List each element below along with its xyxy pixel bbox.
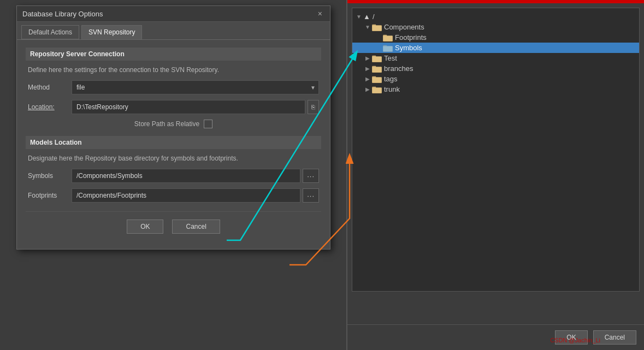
tags-arrow-icon [363, 76, 372, 82]
method-row: Method file ▼ [26, 80, 321, 94]
tags-folder-icon [372, 75, 382, 83]
footprints-label: Footprints [395, 33, 427, 41]
tree-item-test[interactable]: Test [352, 53, 639, 63]
close-button[interactable]: × [316, 9, 324, 18]
test-label: Test [384, 54, 397, 62]
repo-section-desc: Define here the settings for the connect… [26, 66, 321, 74]
tree-item-trunk[interactable]: trunk [352, 84, 639, 94]
symbols-input[interactable] [72, 169, 300, 183]
footprints-browse-button[interactable]: ··· [303, 188, 319, 203]
models-section-header: Models Location [26, 136, 321, 149]
location-label: Location: [28, 103, 72, 111]
symbols-browse-button[interactable]: ··· [303, 169, 319, 183]
symbols-label: Symbols [28, 172, 72, 180]
tree-item-symbols[interactable]: Symbols [352, 43, 639, 53]
dialog-title: Database Library Options [22, 10, 103, 18]
browse-button[interactable]: ⎘ [308, 100, 319, 114]
dialog-tabs: Default Actions SVN Repository [17, 22, 330, 40]
root-arrow-icon [355, 14, 363, 20]
models-section: Models Location Designate here the Repos… [26, 136, 321, 203]
svg-rect-2 [372, 25, 382, 31]
location-input[interactable] [72, 100, 305, 114]
right-panel: ▲ / Components Footprints [346, 0, 644, 350]
tree-root[interactable]: ▲ / [352, 11, 639, 22]
test-arrow-icon [363, 55, 372, 61]
tab-default-actions[interactable]: Default Actions [21, 25, 79, 39]
components-arrow-icon [363, 24, 372, 30]
trunk-arrow-icon [363, 86, 372, 92]
svg-rect-20 [372, 87, 382, 93]
store-path-label: Store Path as Relative [134, 120, 199, 128]
dialog-body: Repository Server Connection Define here… [17, 40, 330, 249]
components-label: Components [384, 23, 424, 31]
footprints-input[interactable] [72, 188, 300, 203]
branches-label: branches [384, 64, 413, 73]
trunk-label: trunk [384, 85, 400, 93]
tags-label: tags [384, 75, 398, 83]
svg-rect-5 [383, 35, 393, 41]
footprints-label: Footprints [28, 192, 72, 199]
tree-item-branches[interactable]: branches [352, 63, 639, 74]
dialog-footer: OK Cancel [26, 211, 321, 241]
method-select-wrapper[interactable]: file ▼ [72, 80, 319, 94]
watermark-label: CSDN @Jachin_Li [550, 337, 600, 343]
store-path-row: Store Path as Relative [26, 120, 321, 128]
tree-item-footprints[interactable]: Footprints [352, 32, 639, 43]
symbols-row: Symbols ··· [26, 169, 321, 183]
branches-arrow-icon [363, 66, 372, 72]
method-select[interactable]: file [72, 80, 319, 94]
models-section-desc: Designate here the Repository base direc… [26, 155, 321, 162]
footprints-folder-icon [383, 34, 393, 41]
cancel-button[interactable]: Cancel [172, 220, 220, 234]
trunk-folder-icon [372, 86, 382, 93]
footprints-row: Footprints ··· [26, 188, 321, 203]
tree-item-tags[interactable]: tags [352, 74, 639, 84]
symbols-label: Symbols [395, 44, 422, 52]
branches-folder-icon [372, 65, 382, 73]
location-row: Location: ⎘ [26, 100, 321, 114]
symbols-folder-icon [383, 44, 393, 52]
left-dialog: Database Library Options × Default Actio… [16, 5, 330, 250]
repo-section-header: Repository Server Connection [26, 48, 321, 61]
file-tree: ▲ / Components Footprints [352, 8, 640, 292]
dialog-titlebar: Database Library Options × [17, 6, 330, 22]
svg-rect-17 [372, 77, 382, 82]
ok-button[interactable]: OK [127, 220, 163, 234]
test-folder-icon [372, 55, 382, 62]
svg-rect-11 [372, 56, 382, 62]
svg-rect-8 [383, 46, 393, 51]
store-path-checkbox[interactable] [204, 120, 212, 128]
panel-top-bar [347, 0, 644, 3]
components-folder-icon [372, 23, 382, 31]
root-icon: ▲ [363, 13, 370, 21]
method-label: Method [28, 84, 72, 91]
svg-rect-14 [372, 67, 382, 72]
tree-item-components[interactable]: Components [352, 22, 639, 32]
root-label: / [373, 13, 375, 21]
tab-svn-repository[interactable]: SVN Repository [81, 25, 142, 39]
